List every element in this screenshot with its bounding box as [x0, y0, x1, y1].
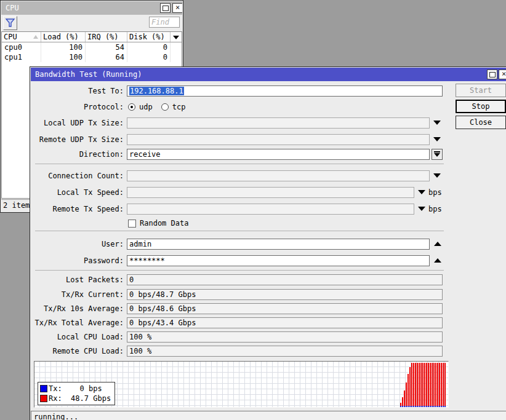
sort-ascending-icon	[33, 35, 38, 39]
start-button[interactable]: Start	[456, 84, 506, 97]
local-cpu-load-value: 100 %	[127, 331, 443, 343]
protocol-label: Protocol:	[30, 101, 124, 113]
graph-legend: Tx: 0 bps Rx: 48.7 Gbps	[38, 382, 115, 405]
close-button[interactable]: ×	[499, 69, 506, 79]
connection-count-input[interactable]	[127, 170, 430, 181]
dialog-titlebar[interactable]: Bandwidth Test (Running) ×	[31, 68, 506, 81]
remote-tx-speed-unit: bps	[428, 204, 442, 215]
local-cpu-load-label: Local CPU Load:	[30, 331, 124, 343]
dropdown-arrow-icon[interactable]	[418, 190, 425, 194]
direction-label: Direction:	[30, 149, 124, 160]
spin-up-icon[interactable]	[434, 258, 441, 263]
table-row[interactable]: cpu0 100 54 0	[2, 42, 182, 52]
txrx-current-value: 0 bps/48.7 Gbps	[127, 289, 443, 300]
maximize-icon	[489, 72, 496, 77]
protocol-udp-radio[interactable]	[128, 103, 135, 111]
user-label: User:	[30, 239, 124, 250]
column-header-disk[interactable]: Disk (%)	[127, 32, 171, 42]
local-udp-tx-size-label: Local UDP Tx Size:	[30, 117, 124, 129]
remote-tx-speed-label: Remote Tx Speed:	[30, 204, 124, 215]
local-udp-tx-size-input[interactable]	[127, 117, 430, 129]
cpu-window-title: CPU	[6, 4, 19, 12]
tx-legend-text: Tx: 0 bps	[49, 384, 102, 393]
connection-count-label: Connection Count:	[30, 170, 124, 181]
stop-button[interactable]: Stop	[456, 100, 506, 113]
close-button[interactable]: ×	[172, 3, 182, 13]
cpu-table-header: CPU Load (%) IRQ (%) Disk (%)	[2, 32, 182, 42]
txrx-current-label: Tx/Rx Current:	[30, 289, 124, 300]
cpu-window-titlebar[interactable]: CPU ×	[1, 1, 182, 15]
protocol-tcp-label: tcp	[172, 103, 186, 111]
filter-button[interactable]	[3, 16, 17, 30]
txrx-10s-average-label: Tx/Rx 10s Average:	[30, 303, 124, 314]
local-tx-speed-input[interactable]	[127, 187, 414, 198]
find-input[interactable]	[149, 17, 180, 28]
lost-packets-label: Lost Packets:	[30, 274, 124, 285]
txrx-total-average-value: 0 bps/43.4 Gbps	[127, 317, 443, 328]
dropdown-arrow-icon[interactable]	[433, 121, 441, 125]
test-to-label: Test To:	[30, 85, 124, 97]
column-header-irq[interactable]: IRQ (%)	[86, 32, 127, 42]
funnel-icon	[4, 17, 17, 30]
separator	[35, 270, 444, 271]
password-input[interactable]: ********	[127, 255, 430, 266]
rx-legend-swatch	[40, 395, 47, 402]
dropdown-arrow-icon[interactable]	[418, 207, 425, 211]
separator	[35, 164, 444, 164]
local-tx-speed-label: Local Tx Speed:	[30, 187, 124, 198]
dropdown-arrow-icon[interactable]	[433, 137, 441, 141]
rx-legend-text: Rx: 48.7 Gbps	[49, 394, 111, 403]
random-data-checkbox[interactable]	[128, 220, 136, 228]
cpu-toolbar	[1, 15, 182, 31]
dropdown-bar-arrow-icon	[434, 151, 440, 153]
remote-tx-speed-input[interactable]	[127, 204, 414, 215]
user-input[interactable]: admin	[127, 239, 430, 250]
dialog-title: Bandwidth Test (Running)	[35, 70, 142, 79]
remote-udp-tx-size-label: Remote UDP Tx Size:	[30, 134, 124, 145]
table-row[interactable]: cpu1 100 64 0	[2, 52, 182, 62]
column-header-cpu[interactable]: CPU	[2, 32, 41, 42]
bandwidth-graph: Tx: 0 bps Rx: 48.7 Gbps	[34, 361, 449, 408]
txrx-total-average-label: Tx/Rx Total Average:	[30, 317, 124, 328]
chevron-down-icon	[173, 36, 179, 39]
password-label: Password:	[30, 255, 124, 266]
test-to-input[interactable]: 192.168.88.1	[127, 85, 443, 97]
random-data-label: Random Data	[140, 219, 188, 228]
remote-cpu-load-label: Remote CPU Load:	[30, 346, 124, 357]
remote-udp-tx-size-input[interactable]	[127, 134, 430, 145]
close-dialog-button[interactable]: Close	[456, 116, 506, 129]
close-icon: ×	[502, 69, 506, 78]
close-icon: ×	[175, 3, 180, 12]
column-header-load[interactable]: Load (%)	[41, 32, 86, 42]
tx-legend-swatch	[40, 385, 47, 392]
test-to-value: 192.168.88.1	[129, 87, 184, 95]
remote-cpu-load-value: 100 %	[127, 346, 443, 357]
protocol-udp-label: udp	[139, 103, 153, 111]
bandwidth-test-dialog: Bandwidth Test (Running) × Start Stop Cl…	[30, 66, 506, 420]
txrx-10s-average-value: 0 bps/48.6 Gbps	[127, 303, 443, 314]
maximize-button[interactable]	[487, 69, 497, 79]
maximize-button[interactable]	[160, 3, 171, 13]
column-selector-button[interactable]	[171, 32, 182, 42]
separator	[35, 231, 444, 231]
direction-select[interactable]: receive	[127, 149, 430, 160]
lost-packets-value: 0	[127, 274, 443, 285]
dropdown-arrow-icon[interactable]	[433, 173, 441, 178]
spin-up-icon[interactable]	[434, 242, 441, 246]
graph-bars	[400, 363, 447, 407]
protocol-tcp-radio[interactable]	[161, 103, 169, 111]
dialog-status-bar: running...	[31, 411, 506, 420]
local-tx-speed-unit: bps	[428, 187, 442, 198]
direction-dropdown-button[interactable]	[432, 149, 443, 160]
maximize-icon	[163, 6, 169, 11]
